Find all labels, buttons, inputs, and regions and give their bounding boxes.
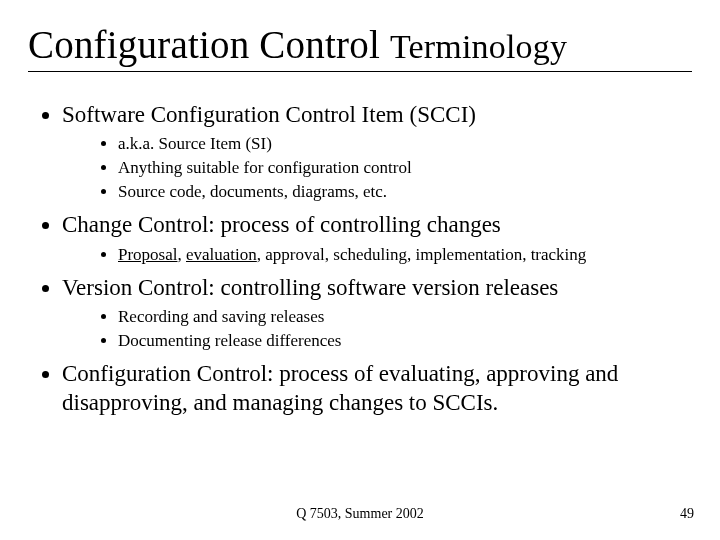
bullet-text: Version Control: controlling software ve… xyxy=(62,275,558,300)
title-rule xyxy=(28,71,692,72)
sub-list-version-control: Recording and saving releases Documentin… xyxy=(62,306,692,353)
bullet-change-control: Change Control: process of controlling c… xyxy=(62,210,692,266)
bullet-text: Configuration Control: process of evalua… xyxy=(62,361,618,415)
bullet-scci: Software Configuration Control Item (SCC… xyxy=(62,100,692,204)
sub-item: Documenting release differences xyxy=(118,330,692,353)
sub-item: Proposal, evaluation, approval, scheduli… xyxy=(118,244,692,267)
slide: Configuration Control Terminology Softwa… xyxy=(0,0,720,540)
bullet-text: Software Configuration Control Item (SCC… xyxy=(62,102,476,127)
bullet-list: Software Configuration Control Item (SCC… xyxy=(28,100,692,418)
sub-item: Source code, documents, diagrams, etc. xyxy=(118,181,692,204)
sub-item: a.k.a. Source Item (SI) xyxy=(118,133,692,156)
footer-course: Q 7503, Summer 2002 xyxy=(0,506,720,522)
bullet-configuration-control: Configuration Control: process of evalua… xyxy=(62,359,692,418)
bullet-text: Change Control: process of controlling c… xyxy=(62,212,501,237)
slide-number: 49 xyxy=(680,506,694,522)
slide-title: Configuration Control Terminology xyxy=(28,22,692,67)
sub-item: Recording and saving releases xyxy=(118,306,692,329)
sub-list-scci: a.k.a. Source Item (SI) Anything suitabl… xyxy=(62,133,692,204)
title-main: Configuration Control xyxy=(28,23,390,66)
bullet-version-control: Version Control: controlling software ve… xyxy=(62,273,692,353)
sub-item: Anything suitable for configuration cont… xyxy=(118,157,692,180)
title-small: Terminology xyxy=(390,28,567,65)
sub-list-change-control: Proposal, evaluation, approval, scheduli… xyxy=(62,244,692,267)
